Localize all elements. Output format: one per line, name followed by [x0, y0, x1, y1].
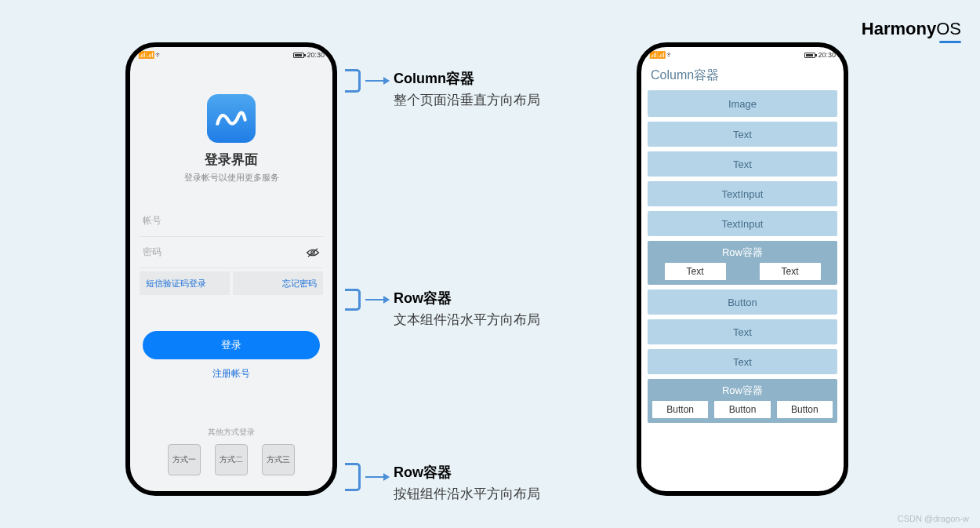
brand-logo: HarmonyOS — [862, 19, 961, 39]
phone-mockup-schema: 📶📶 ᯤ 20:30 Column容器 Image Text Text Text… — [637, 42, 848, 496]
schema-row-button: Button — [652, 401, 708, 418]
annotation-row-text: Row容器 文本组件沿水平方向布局 — [345, 289, 540, 329]
account-placeholder: 帐号 — [143, 214, 162, 228]
phone-mockup-login: 📶📶 ᯤ 20:30 登录界面 登录帐号以使用更多服务 帐号 密码 短信验证码登… — [125, 42, 337, 496]
schema-textinput-block: TextInput — [648, 181, 837, 206]
schema-row-text: Text — [760, 263, 821, 280]
annotation-heading: Column容器 — [394, 69, 540, 88]
battery-status: 20:30 — [293, 51, 325, 59]
account-field[interactable]: 帐号 — [140, 206, 323, 237]
app-logo-icon — [207, 94, 256, 143]
schema-button-block: Button — [648, 289, 837, 315]
row-container-label: Row容器 — [652, 382, 833, 401]
annotation-column: Column容器 整个页面沿垂直方向布局 — [345, 69, 540, 109]
login-method-1-button[interactable]: 方式一 — [168, 444, 201, 475]
login-method-3-button[interactable]: 方式三 — [262, 444, 295, 475]
schema-text-block: Text — [648, 151, 837, 177]
schema-row-button: Button — [777, 401, 833, 418]
schema-text-block: Text — [648, 349, 837, 374]
schema-row-text: Text — [665, 263, 726, 280]
page-title: 登录界面 — [140, 151, 323, 169]
password-placeholder: 密码 — [143, 246, 162, 259]
annotation-desc: 整个页面沿垂直方向布局 — [394, 91, 540, 109]
battery-icon — [804, 53, 815, 58]
status-bar: 📶📶 ᯤ 20:30 — [641, 47, 844, 61]
schema-row-container-2: Row容器 Button Button Button — [648, 379, 837, 423]
battery-status: 20:30 — [804, 51, 836, 59]
schema-image-block: Image — [648, 90, 837, 117]
sms-login-link[interactable]: 短信验证码登录 — [140, 271, 230, 295]
page-subtitle: 登录帐号以使用更多服务 — [140, 172, 323, 184]
row-container-label: Row容器 — [652, 244, 833, 263]
link-row: 短信验证码登录 忘记密码 — [140, 271, 323, 295]
battery-icon — [293, 53, 304, 58]
login-button[interactable]: 登录 — [143, 331, 320, 359]
clock: 20:30 — [307, 51, 325, 59]
annotation-desc: 按钮组件沿水平方向布局 — [394, 485, 540, 503]
other-login-title: 其他方式登录 — [140, 427, 323, 438]
schema-row-container-1: Row容器 Text Text — [648, 241, 837, 285]
clock: 20:30 — [818, 51, 836, 59]
status-bar: 📶📶 ᯤ 20:30 — [130, 47, 332, 61]
annotation-heading: Row容器 — [394, 463, 540, 482]
brand-underline — [939, 41, 961, 43]
register-link[interactable]: 注册帐号 — [140, 367, 323, 381]
annotation-row-button: Row容器 按钮组件沿水平方向布局 — [345, 463, 540, 503]
annotation-heading: Row容器 — [394, 289, 540, 308]
signal-icon: 📶📶 ᯤ — [138, 51, 162, 59]
other-login-row: 方式一 方式二 方式三 — [140, 444, 323, 475]
password-field[interactable]: 密码 — [140, 237, 323, 268]
schema-row-button: Button — [714, 401, 770, 418]
forgot-password-link[interactable]: 忘记密码 — [233, 271, 323, 295]
watermark: CSDN @dragon-w — [898, 514, 969, 523]
login-method-2-button[interactable]: 方式二 — [215, 444, 248, 475]
eye-off-icon[interactable] — [306, 247, 320, 258]
schema-text-block: Text — [648, 319, 837, 344]
schema-text-block: Text — [648, 122, 837, 147]
annotation-desc: 文本组件沿水平方向布局 — [394, 311, 540, 329]
column-container-title: Column容器 — [648, 61, 837, 90]
signal-icon: 📶📶 ᯤ — [649, 51, 673, 59]
schema-textinput-block: TextInput — [648, 211, 837, 236]
